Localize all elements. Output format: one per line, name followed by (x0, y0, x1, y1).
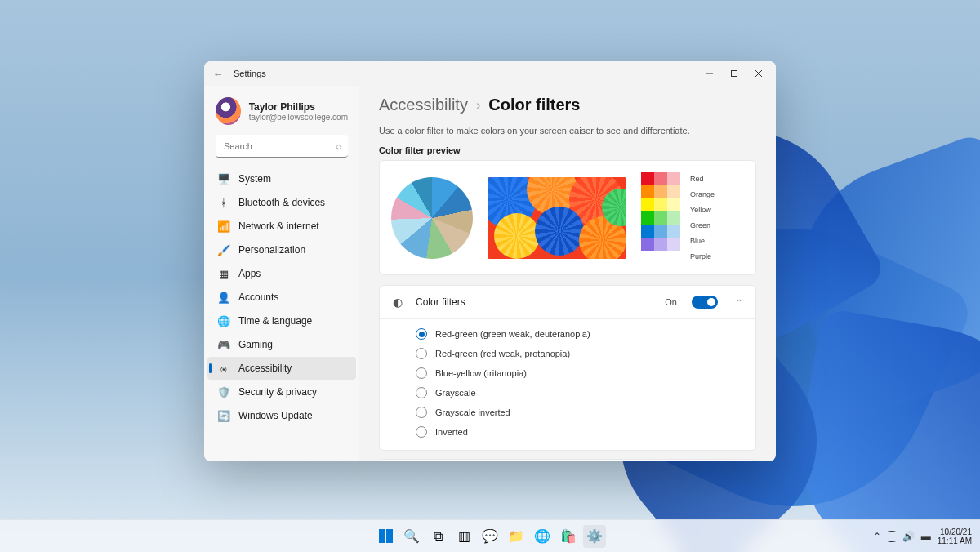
user-email: taylor@bellowscollege.com (249, 113, 348, 122)
filter-options-list: Red-green (green weak, deuteranopia)Red-… (380, 319, 755, 450)
sidebar-item-label: Gaming (238, 339, 273, 350)
toggle-state: On (665, 297, 677, 307)
nav-icon: 🎮 (217, 338, 230, 351)
toggle-label: Color filters (416, 296, 655, 308)
filter-option[interactable]: Inverted (416, 422, 755, 442)
swatch (667, 225, 680, 238)
sidebar-item-personalization[interactable]: 🖌️Personalization (207, 238, 356, 261)
sidebar-item-label: System (238, 173, 271, 185)
nav-icon: ⍟ (217, 362, 230, 375)
nav-icon: 🛡️ (217, 385, 230, 398)
radio-icon (416, 426, 427, 438)
color-filters-toggle[interactable] (692, 296, 718, 309)
chat-icon[interactable]: 💬 (479, 525, 501, 548)
filter-option[interactable]: Grayscale (416, 383, 755, 403)
swatch (667, 211, 680, 225)
swatch (654, 225, 667, 238)
search-icon: ⌕ (336, 140, 341, 152)
radio-icon (416, 367, 427, 379)
radio-icon (416, 407, 427, 418)
volume-icon[interactable]: 🔊 (902, 531, 915, 542)
user-name: Taylor Phillips (249, 101, 348, 113)
sidebar-item-label: Security & privacy (238, 386, 317, 398)
tray-time: 11:11 AM (938, 536, 972, 545)
sidebar-item-windows-update[interactable]: 🔄Windows Update (207, 404, 356, 427)
sidebar-item-apps[interactable]: ▦Apps (207, 262, 356, 285)
taskbar: 🔍 ⧉ ▥ 💬 📁 🌐 🛍️ ⚙️ ⌃ ⁐ 🔊 ▬ 10/20/21 11:11… (0, 519, 980, 552)
breadcrumb: Accessibility › Color filters (379, 96, 756, 114)
window-title: Settings (234, 69, 266, 78)
filter-option-label: Blue-yellow (tritanopia) (435, 368, 527, 378)
filter-option[interactable]: Blue-yellow (tritanopia) (416, 363, 755, 383)
swatch (641, 172, 654, 185)
filter-option-label: Red-green (green weak, deuteranopia) (435, 329, 590, 339)
sidebar-item-time-language[interactable]: 🌐Time & language (207, 309, 356, 332)
swatch (641, 198, 654, 211)
start-button[interactable] (374, 525, 397, 548)
radio-icon (416, 348, 427, 359)
keyboard-shortcut-card: Keyboard shortcut for color filters Off (379, 459, 756, 461)
color-filters-toggle-row: ◐ Color filters On ⌃ (380, 286, 755, 318)
breadcrumb-parent[interactable]: Accessibility (379, 96, 468, 114)
settings-icon[interactable]: ⚙️ (583, 525, 606, 548)
titlebar: ← Settings (204, 61, 776, 86)
search-input[interactable] (216, 135, 348, 158)
sidebar-item-security-privacy[interactable]: 🛡️Security & privacy (207, 381, 356, 403)
sidebar-item-accessibility[interactable]: ⍟Accessibility (207, 357, 356, 380)
close-button[interactable] (746, 61, 771, 86)
sidebar-item-label: Accessibility (238, 363, 292, 374)
swatch (641, 185, 654, 198)
filter-option[interactable]: Grayscale inverted (416, 403, 755, 422)
swatch (641, 238, 654, 251)
preview-label: Color filter preview (379, 145, 756, 155)
edge-icon[interactable]: 🌐 (531, 525, 554, 548)
sidebar-item-label: Personalization (238, 244, 305, 256)
swatch (654, 211, 667, 225)
widgets-icon[interactable]: ▥ (452, 525, 475, 548)
sidebar-item-label: Accounts (238, 292, 278, 303)
filter-option[interactable]: Red-green (green weak, deuteranopia) (416, 324, 755, 344)
sidebar-item-gaming[interactable]: 🎮Gaming (207, 333, 356, 356)
task-view-icon[interactable]: ⧉ (426, 525, 449, 548)
swatch-label: Purple (690, 250, 715, 263)
back-button[interactable]: ← (209, 68, 227, 80)
swatch (667, 185, 680, 198)
explorer-icon[interactable]: 📁 (505, 525, 528, 548)
tray-chevron-icon[interactable]: ⌃ (873, 531, 881, 542)
sidebar-item-label: Windows Update (238, 410, 313, 421)
swatch (654, 172, 667, 185)
photo-preview (488, 177, 626, 259)
swatch-label: Red (690, 172, 715, 185)
filter-option-label: Grayscale inverted (435, 407, 510, 417)
clock[interactable]: 10/20/21 11:11 AM (938, 528, 972, 545)
filter-option-label: Grayscale (435, 388, 476, 398)
swatch-label: Orange (690, 188, 715, 201)
chevron-up-icon[interactable]: ⌃ (736, 298, 742, 307)
battery-icon[interactable]: ▬ (921, 531, 931, 542)
store-icon[interactable]: 🛍️ (557, 525, 580, 548)
sidebar: Taylor Phillips taylor@bellowscollege.co… (204, 86, 359, 461)
user-profile[interactable]: Taylor Phillips taylor@bellowscollege.co… (207, 91, 356, 135)
swatch (667, 172, 680, 185)
filter-option-label: Inverted (435, 427, 468, 437)
radio-icon (416, 328, 427, 340)
sidebar-item-network-internet[interactable]: 📶Network & internet (207, 215, 356, 238)
sidebar-item-system[interactable]: 🖥️System (207, 167, 356, 190)
color-preview-card: RedOrangeYellowGreenBluePurple (379, 160, 756, 275)
sidebar-item-accounts[interactable]: 👤Accounts (207, 286, 356, 309)
nav-icon: 🌐 (217, 314, 230, 327)
radio-icon (416, 387, 427, 398)
avatar (216, 97, 241, 125)
wifi-icon[interactable]: ⁐ (888, 531, 896, 542)
system-tray[interactable]: ⌃ ⁐ 🔊 ▬ 10/20/21 11:11 AM (873, 528, 980, 545)
filter-option[interactable]: Red-green (red weak, protanopia) (416, 344, 755, 363)
minimize-button[interactable] (697, 61, 722, 86)
sidebar-item-label: Time & language (238, 315, 312, 327)
maximize-button[interactable] (722, 61, 746, 86)
taskbar-search-icon[interactable]: 🔍 (400, 525, 423, 548)
nav-icon: ▦ (217, 267, 230, 280)
swatch (654, 238, 667, 251)
nav-icon: ᚼ (217, 196, 230, 209)
sidebar-item-bluetooth-devices[interactable]: ᚼBluetooth & devices (207, 191, 356, 214)
swatch (641, 225, 654, 238)
